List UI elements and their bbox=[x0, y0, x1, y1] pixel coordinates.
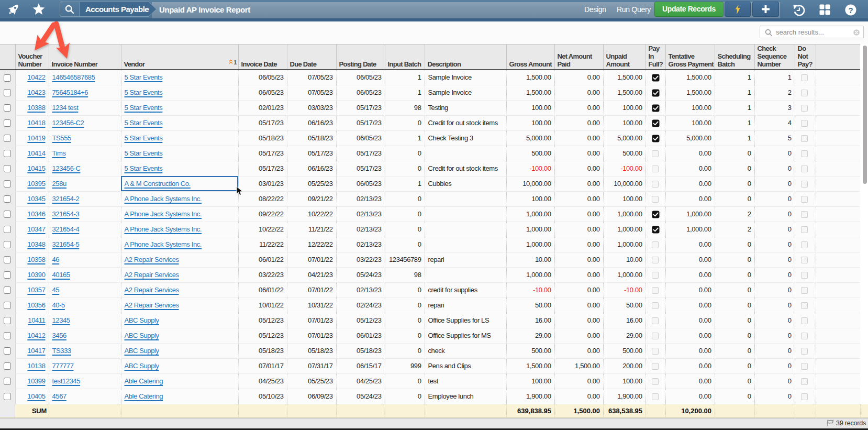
svg-text:1: 1 bbox=[233, 59, 237, 65]
svg-text:?: ? bbox=[848, 6, 853, 15]
